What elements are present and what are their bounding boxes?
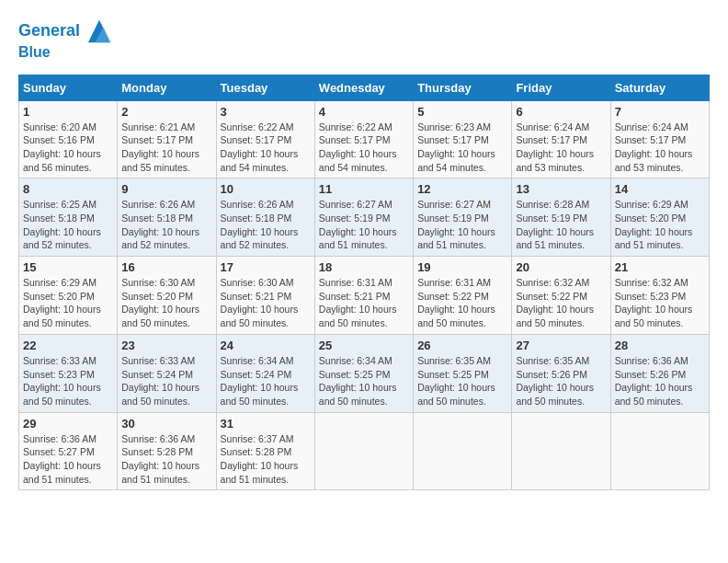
day-number: 22 <box>23 339 113 352</box>
calendar-cell: 11 Sunrise: 6:27 AM Sunset: 5:19 PM Dayl… <box>314 178 413 257</box>
calendar-cell: 9 Sunrise: 6:26 AM Sunset: 5:18 PM Dayli… <box>118 178 216 257</box>
calendar-week-row: 15 Sunrise: 6:29 AM Sunset: 5:20 PM Dayl… <box>19 257 710 335</box>
day-info: Sunrise: 6:26 AM Sunset: 5:18 PM Dayligh… <box>121 198 211 252</box>
day-number: 8 <box>23 182 113 196</box>
day-number: 3 <box>221 105 311 119</box>
day-number: 13 <box>516 182 606 196</box>
day-info: Sunrise: 6:35 AM Sunset: 5:25 PM Dayligh… <box>417 354 507 408</box>
calendar-cell: 17 Sunrise: 6:30 AM Sunset: 5:21 PM Dayl… <box>216 257 314 335</box>
day-number: 12 <box>417 182 507 196</box>
day-number: 1 <box>23 105 113 119</box>
day-number: 5 <box>417 105 507 119</box>
logo-blue: Blue <box>18 44 112 61</box>
calendar-cell: 13 Sunrise: 6:28 AM Sunset: 5:19 PM Dayl… <box>512 178 610 257</box>
calendar-cell <box>314 412 413 490</box>
calendar-cell <box>610 412 709 490</box>
day-info: Sunrise: 6:21 AM Sunset: 5:17 PM Dayligh… <box>121 121 211 175</box>
day-info: Sunrise: 6:31 AM Sunset: 5:22 PM Dayligh… <box>417 276 507 330</box>
day-number: 23 <box>121 339 211 352</box>
calendar-cell <box>512 412 610 490</box>
calendar-cell: 14 Sunrise: 6:29 AM Sunset: 5:20 PM Dayl… <box>610 178 709 257</box>
day-number: 9 <box>121 182 211 196</box>
calendar-cell: 24 Sunrise: 6:34 AM Sunset: 5:24 PM Dayl… <box>216 334 314 412</box>
day-info: Sunrise: 6:26 AM Sunset: 5:18 PM Dayligh… <box>221 198 311 252</box>
day-info: Sunrise: 6:25 AM Sunset: 5:18 PM Dayligh… <box>23 198 113 252</box>
day-info: Sunrise: 6:20 AM Sunset: 5:16 PM Dayligh… <box>23 121 113 175</box>
calendar-cell: 26 Sunrise: 6:35 AM Sunset: 5:25 PM Dayl… <box>414 334 512 412</box>
day-info: Sunrise: 6:22 AM Sunset: 5:17 PM Dayligh… <box>221 121 311 175</box>
day-number: 30 <box>121 417 211 431</box>
day-info: Sunrise: 6:24 AM Sunset: 5:17 PM Dayligh… <box>516 121 606 175</box>
day-number: 26 <box>417 339 507 352</box>
day-number: 14 <box>615 182 705 196</box>
calendar-cell: 4 Sunrise: 6:22 AM Sunset: 5:17 PM Dayli… <box>314 100 413 178</box>
calendar-cell: 31 Sunrise: 6:37 AM Sunset: 5:28 PM Dayl… <box>216 412 314 490</box>
day-number: 2 <box>121 105 211 119</box>
day-info: Sunrise: 6:35 AM Sunset: 5:26 PM Dayligh… <box>516 354 606 408</box>
day-info: Sunrise: 6:27 AM Sunset: 5:19 PM Dayligh… <box>417 198 507 252</box>
weekday-header: Tuesday <box>216 75 314 100</box>
calendar-cell: 16 Sunrise: 6:30 AM Sunset: 5:20 PM Dayl… <box>118 257 216 335</box>
weekday-header: Friday <box>512 75 610 100</box>
day-number: 4 <box>319 105 409 119</box>
day-info: Sunrise: 6:36 AM Sunset: 5:26 PM Dayligh… <box>615 354 705 408</box>
calendar-cell: 15 Sunrise: 6:29 AM Sunset: 5:20 PM Dayl… <box>19 257 118 335</box>
calendar-cell: 8 Sunrise: 6:25 AM Sunset: 5:18 PM Dayli… <box>19 178 118 257</box>
calendar-cell: 19 Sunrise: 6:31 AM Sunset: 5:22 PM Dayl… <box>414 257 512 335</box>
calendar-week-row: 8 Sunrise: 6:25 AM Sunset: 5:18 PM Dayli… <box>19 178 710 257</box>
day-number: 7 <box>615 105 705 119</box>
day-number: 10 <box>221 182 311 196</box>
calendar-cell: 6 Sunrise: 6:24 AM Sunset: 5:17 PM Dayli… <box>512 100 610 178</box>
day-info: Sunrise: 6:22 AM Sunset: 5:17 PM Dayligh… <box>319 121 409 175</box>
page-header: General Blue <box>18 18 710 61</box>
day-number: 6 <box>516 105 606 119</box>
calendar-cell: 28 Sunrise: 6:36 AM Sunset: 5:26 PM Dayl… <box>610 334 709 412</box>
calendar-cell: 21 Sunrise: 6:32 AM Sunset: 5:23 PM Dayl… <box>610 257 709 335</box>
day-info: Sunrise: 6:30 AM Sunset: 5:20 PM Dayligh… <box>121 276 211 330</box>
calendar-cell: 3 Sunrise: 6:22 AM Sunset: 5:17 PM Dayli… <box>216 100 314 178</box>
calendar-table: SundayMondayTuesdayWednesdayThursdayFrid… <box>18 75 710 491</box>
calendar-cell: 22 Sunrise: 6:33 AM Sunset: 5:23 PM Dayl… <box>19 334 118 412</box>
calendar-cell <box>414 412 512 490</box>
day-info: Sunrise: 6:31 AM Sunset: 5:21 PM Dayligh… <box>319 276 409 330</box>
day-info: Sunrise: 6:36 AM Sunset: 5:28 PM Dayligh… <box>121 432 211 487</box>
day-info: Sunrise: 6:36 AM Sunset: 5:27 PM Dayligh… <box>23 432 113 487</box>
day-number: 16 <box>121 260 211 274</box>
calendar-cell: 18 Sunrise: 6:31 AM Sunset: 5:21 PM Dayl… <box>314 257 413 335</box>
calendar-cell: 1 Sunrise: 6:20 AM Sunset: 5:16 PM Dayli… <box>19 100 118 178</box>
day-number: 18 <box>319 260 409 274</box>
calendar-week-row: 1 Sunrise: 6:20 AM Sunset: 5:16 PM Dayli… <box>19 100 710 178</box>
day-number: 28 <box>615 339 705 352</box>
day-info: Sunrise: 6:34 AM Sunset: 5:24 PM Dayligh… <box>221 354 311 408</box>
weekday-header: Sunday <box>19 75 118 100</box>
day-number: 29 <box>23 417 113 431</box>
calendar-cell: 27 Sunrise: 6:35 AM Sunset: 5:26 PM Dayl… <box>512 334 610 412</box>
calendar-cell: 29 Sunrise: 6:36 AM Sunset: 5:27 PM Dayl… <box>19 412 118 490</box>
logo-text: General <box>18 18 112 44</box>
day-info: Sunrise: 6:34 AM Sunset: 5:25 PM Dayligh… <box>319 354 409 408</box>
day-info: Sunrise: 6:32 AM Sunset: 5:23 PM Dayligh… <box>615 276 705 330</box>
calendar-cell: 5 Sunrise: 6:23 AM Sunset: 5:17 PM Dayli… <box>414 100 512 178</box>
calendar-cell: 25 Sunrise: 6:34 AM Sunset: 5:25 PM Dayl… <box>314 334 413 412</box>
day-info: Sunrise: 6:30 AM Sunset: 5:21 PM Dayligh… <box>221 276 311 330</box>
calendar-cell: 2 Sunrise: 6:21 AM Sunset: 5:17 PM Dayli… <box>118 100 216 178</box>
calendar-cell: 12 Sunrise: 6:27 AM Sunset: 5:19 PM Dayl… <box>414 178 512 257</box>
weekday-header: Thursday <box>414 75 512 100</box>
day-info: Sunrise: 6:29 AM Sunset: 5:20 PM Dayligh… <box>615 198 705 252</box>
day-number: 31 <box>221 417 311 431</box>
day-number: 11 <box>319 182 409 196</box>
day-number: 19 <box>417 260 507 274</box>
day-number: 21 <box>615 260 705 274</box>
calendar-cell: 10 Sunrise: 6:26 AM Sunset: 5:18 PM Dayl… <box>216 178 314 257</box>
calendar-week-row: 22 Sunrise: 6:33 AM Sunset: 5:23 PM Dayl… <box>19 334 710 412</box>
day-number: 20 <box>516 260 606 274</box>
calendar-cell: 20 Sunrise: 6:32 AM Sunset: 5:22 PM Dayl… <box>512 257 610 335</box>
day-info: Sunrise: 6:29 AM Sunset: 5:20 PM Dayligh… <box>23 276 113 330</box>
day-info: Sunrise: 6:23 AM Sunset: 5:17 PM Dayligh… <box>417 121 507 175</box>
day-info: Sunrise: 6:28 AM Sunset: 5:19 PM Dayligh… <box>516 198 606 252</box>
calendar-week-row: 29 Sunrise: 6:36 AM Sunset: 5:27 PM Dayl… <box>19 412 710 490</box>
day-number: 24 <box>221 339 311 352</box>
day-info: Sunrise: 6:27 AM Sunset: 5:19 PM Dayligh… <box>319 198 409 252</box>
day-number: 15 <box>23 260 113 274</box>
weekday-header: Saturday <box>610 75 709 100</box>
